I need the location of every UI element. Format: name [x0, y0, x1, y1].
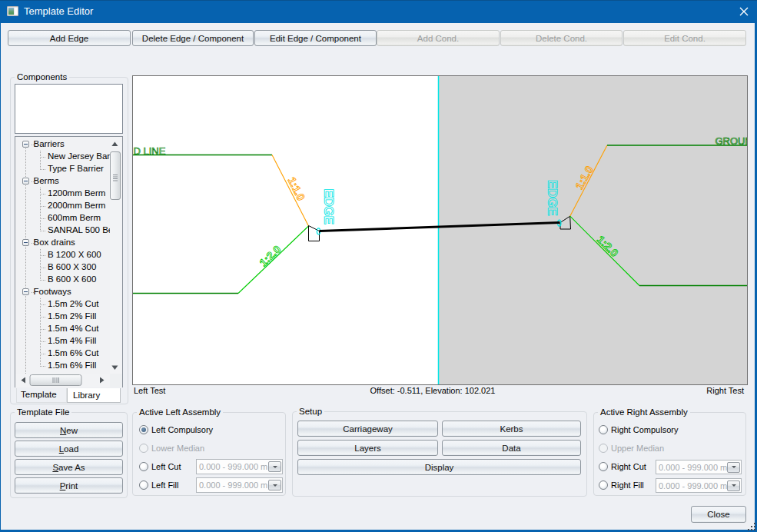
svg-text:EDGE: EDGE [545, 180, 559, 215]
svg-text:EDGE: EDGE [321, 188, 336, 224]
svg-text:D LINE: D LINE [134, 145, 166, 157]
svg-text:1:1.0: 1:1.0 [286, 175, 308, 203]
svg-text:GROUND LINE: GROUND LINE [715, 135, 748, 147]
svg-text:1:2.0: 1:2.0 [257, 243, 283, 269]
